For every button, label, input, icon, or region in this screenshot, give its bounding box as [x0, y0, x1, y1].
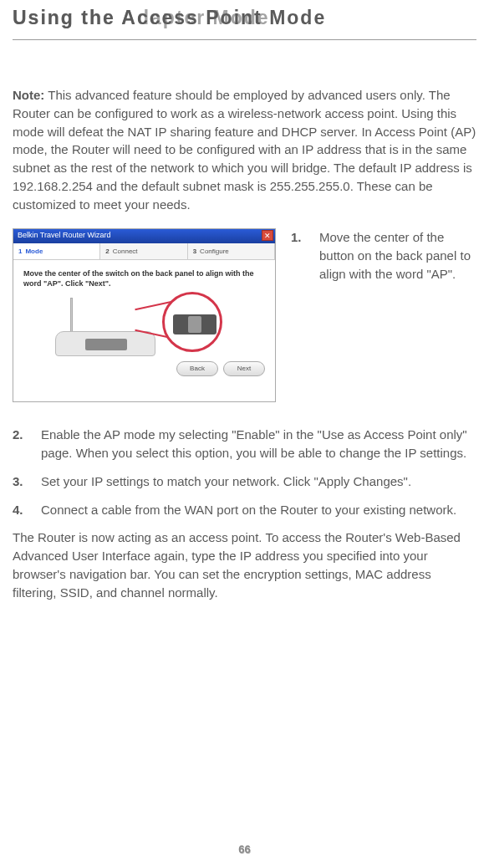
tab-label: Configure [200, 248, 229, 255]
wizard-titlebar: Belkin Travel Router Wizard ✕ [13, 229, 275, 243]
router-illustration [55, 294, 231, 356]
step-text: Connect a cable from the WAN port on the… [41, 501, 476, 519]
zoom-circle-icon [162, 292, 222, 352]
step-number: 1. [291, 228, 319, 283]
wizard-body: Move the center of the switch on the bac… [13, 260, 275, 381]
step-text: Enable the AP mode my selecting "Enable"… [41, 426, 476, 462]
step-1: 1. Move the center of the button on the … [291, 228, 476, 283]
page-header: Using the Adapter Mode Using the Access … [13, 0, 476, 40]
step-2: 2. Enable the AP mode my selecting "Enab… [13, 426, 476, 462]
note-paragraph: Note: This advanced feature should be em… [13, 86, 476, 213]
close-icon: ✕ [262, 230, 273, 241]
page-title: Using the Access Point Mode [13, 7, 326, 29]
step-number: 2. [13, 426, 41, 462]
tab-label: Mode [25, 248, 43, 255]
step-3: 3. Set your IP settings to match your ne… [13, 472, 476, 491]
wizard-screenshot: Belkin Travel Router Wizard ✕ 1 Mode 2 C… [13, 228, 276, 402]
tab-num: 2 [105, 248, 109, 255]
wizard-tab-connect: 2 Connect [100, 243, 187, 259]
wizard-instruction: Move the center of the switch on the bac… [23, 268, 265, 288]
page-number: 66 66 [0, 843, 489, 855]
router-antenna-icon [70, 298, 73, 333]
tab-num: 3 [193, 248, 196, 255]
wizard-tab-configure: 3 Configure [188, 243, 275, 259]
router-ports-icon [85, 339, 127, 350]
wizard-tabs: 1 Mode 2 Connect 3 Configure [13, 243, 275, 260]
step-text: Set your IP settings to match your netwo… [41, 472, 476, 491]
step-4: 4. Connect a cable from the WAN port on … [13, 501, 476, 519]
wizard-tab-mode: 1 Mode [13, 243, 100, 259]
closing-paragraph: The Router is now acting as an access po… [13, 528, 476, 601]
note-label: Note: [13, 88, 44, 102]
step-number: 3. [13, 472, 41, 491]
tab-label: Connect [113, 248, 138, 255]
slider-icon [188, 316, 201, 333]
next-button: Next [223, 361, 265, 376]
back-button: Back [176, 361, 218, 376]
router-body-icon [55, 331, 155, 356]
note-body: This advanced feature should be employed… [13, 88, 476, 212]
wizard-window-title: Belkin Travel Router Wizard [18, 231, 111, 239]
switch-icon [173, 314, 216, 334]
tab-num: 1 [18, 248, 22, 255]
step-text: Move the center of the button on the bac… [319, 228, 476, 283]
step-number: 4. [13, 501, 41, 519]
